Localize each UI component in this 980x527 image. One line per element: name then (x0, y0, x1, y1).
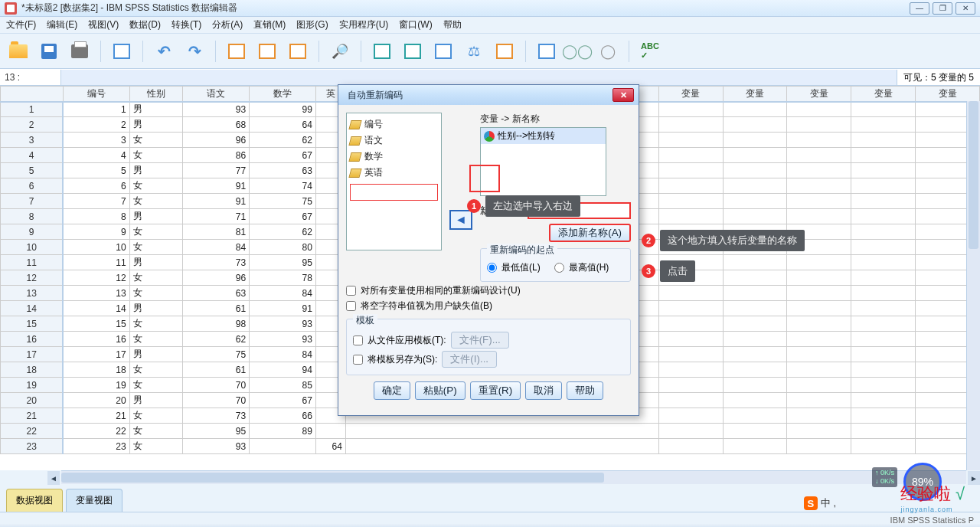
row-header[interactable]: 14 (1, 301, 64, 316)
cell[interactable] (851, 378, 916, 393)
cell[interactable] (658, 347, 723, 362)
recall-dialog-button[interactable] (109, 39, 134, 64)
cell[interactable]: 78 (250, 270, 316, 286)
variables-button[interactable] (286, 39, 310, 64)
radio-lowest[interactable]: 最低值(L) (487, 261, 541, 274)
cell[interactable] (851, 301, 916, 316)
cell[interactable]: 男 (129, 347, 183, 362)
horizontal-scrollbar[interactable]: ◄ ► (61, 470, 966, 484)
cell[interactable]: 63 (250, 163, 316, 178)
checkbox-apply-template[interactable] (353, 336, 363, 345)
cell[interactable] (658, 209, 723, 224)
cell[interactable] (851, 209, 916, 224)
insert-cases-button[interactable] (370, 39, 394, 64)
cell[interactable]: 21 (63, 408, 129, 424)
reset-button[interactable]: 重置(R) (470, 381, 521, 400)
cell[interactable] (787, 362, 851, 378)
cell[interactable] (658, 332, 723, 347)
cell[interactable]: 89 (250, 424, 316, 439)
cell[interactable] (658, 286, 723, 301)
cell[interactable]: 11 (63, 255, 129, 270)
target-variable-list[interactable]: 性别-->性别转 (480, 127, 606, 196)
cell[interactable] (851, 362, 916, 378)
row-header[interactable]: 6 (1, 178, 64, 194)
cell[interactable] (250, 439, 316, 454)
radio-input[interactable] (487, 263, 497, 273)
row-header[interactable]: 11 (1, 255, 64, 270)
cell[interactable] (787, 117, 851, 133)
cell-reference[interactable]: 13 : (0, 70, 61, 85)
cell[interactable]: 女 (129, 408, 183, 424)
cell[interactable]: 80 (250, 240, 316, 255)
checkbox-same-recode[interactable]: 对所有变量使用相同的重新编码设计(U) (346, 284, 631, 297)
menu-help[interactable]: 帮助 (443, 18, 462, 31)
row-header[interactable]: 1 (1, 102, 64, 117)
cell[interactable] (658, 378, 723, 393)
maximize-button[interactable]: ❐ (933, 2, 952, 15)
cell[interactable]: 93 (250, 316, 316, 332)
cell[interactable]: 68 (183, 117, 250, 133)
cell[interactable] (658, 316, 723, 332)
cell[interactable] (658, 439, 723, 454)
cell[interactable]: 86 (183, 148, 250, 163)
cell[interactable] (851, 117, 916, 133)
vertical-scrollbar[interactable] (966, 101, 980, 470)
cell[interactable]: 75 (183, 347, 250, 362)
cell[interactable] (723, 408, 787, 424)
cell[interactable]: 男 (129, 163, 183, 178)
goto-case-button[interactable] (224, 39, 249, 64)
cell[interactable]: 8 (63, 209, 129, 224)
cell[interactable] (723, 133, 787, 148)
help-button[interactable]: 帮助 (567, 381, 603, 400)
cell[interactable]: 84 (183, 240, 250, 255)
value-labels-button[interactable] (534, 39, 559, 64)
cell[interactable] (851, 408, 916, 424)
column-header[interactable]: 数学 (250, 87, 316, 102)
cell[interactable]: 94 (250, 362, 316, 378)
checkbox-save-template[interactable] (353, 355, 363, 365)
cell[interactable] (723, 117, 787, 133)
list-item[interactable]: 编号 (350, 116, 438, 133)
cell[interactable]: 64 (250, 117, 316, 133)
cell[interactable] (723, 148, 787, 163)
cell[interactable]: 女 (129, 362, 183, 378)
split-file-button[interactable] (431, 39, 456, 64)
cell[interactable]: 女 (129, 224, 183, 240)
dialog-close-button[interactable]: ✕ (612, 88, 634, 102)
save-button[interactable] (37, 39, 61, 64)
row-header[interactable]: 7 (1, 194, 64, 209)
row-header[interactable]: 10 (1, 240, 64, 255)
column-header[interactable]: 编号 (63, 87, 129, 102)
menu-view[interactable]: 视图(V) (88, 18, 119, 31)
cell[interactable] (723, 393, 787, 408)
cell[interactable] (658, 362, 723, 378)
tab-data-view[interactable]: 数据视图 (6, 489, 63, 512)
cell[interactable]: 6 (63, 178, 129, 194)
cell[interactable]: 15 (63, 316, 129, 332)
row-header[interactable]: 5 (1, 163, 64, 178)
column-header[interactable]: 性别 (129, 87, 183, 102)
row-header[interactable]: 18 (1, 362, 64, 378)
cell[interactable] (658, 424, 723, 439)
cell[interactable] (851, 286, 916, 301)
scroll-left-button[interactable]: ◄ (47, 471, 60, 485)
cell[interactable]: 女 (129, 194, 183, 209)
radio-highest[interactable]: 最高值(H) (554, 261, 609, 274)
cell[interactable] (658, 301, 723, 316)
cell[interactable]: 93 (183, 102, 250, 117)
cell[interactable] (851, 133, 916, 148)
scroll-right-button[interactable]: ► (968, 471, 980, 485)
cell[interactable]: 18 (63, 362, 129, 378)
menu-window[interactable]: 窗口(W) (399, 18, 432, 31)
row-header[interactable]: 21 (1, 408, 64, 424)
cell[interactable]: 5 (63, 163, 129, 178)
cell[interactable] (787, 301, 851, 316)
row-header[interactable]: 17 (1, 347, 64, 362)
cell[interactable]: 19 (63, 378, 129, 393)
cell[interactable] (315, 424, 345, 439)
cell[interactable] (787, 209, 851, 224)
column-header-empty[interactable]: 变量 (723, 87, 787, 102)
cell[interactable] (851, 178, 916, 194)
cell[interactable] (787, 393, 851, 408)
cell[interactable]: 67 (250, 148, 316, 163)
